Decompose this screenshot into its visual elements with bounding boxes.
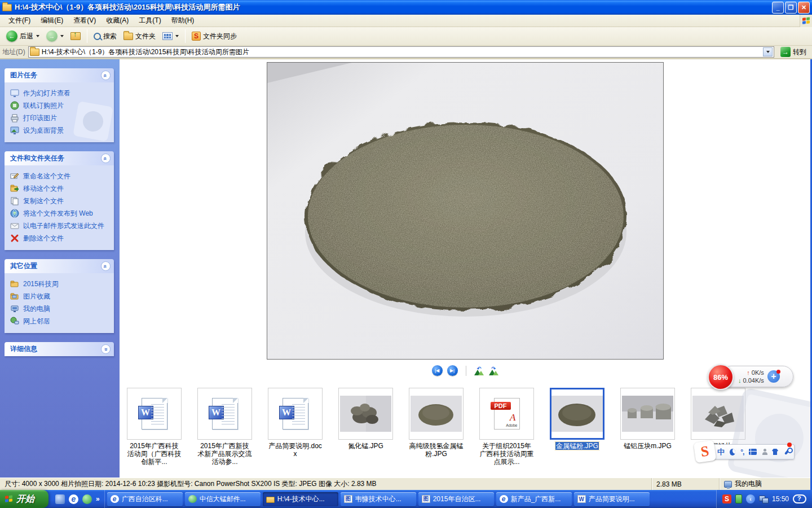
title-bar[interactable]: H:\4-技术中心\（1-9）各项科技活动\2015科技周\科技活动周所需图片 …: [0, 0, 812, 15]
document-icon: 图: [422, 495, 430, 503]
folder-sync-button[interactable]: S 文件夹同步: [189, 30, 240, 43]
details-header[interactable]: 详细信息 «: [5, 342, 114, 356]
go-button[interactable]: → 转到: [777, 46, 810, 58]
my-computer-icon: [10, 304, 19, 313]
file-label-selected[interactable]: 金属锰粉.JPG: [555, 442, 599, 450]
skin-icon[interactable]: [772, 449, 778, 455]
fullwidth-moon-icon[interactable]: [730, 449, 735, 456]
other-places-header[interactable]: 其它位置 «: [5, 259, 114, 273]
address-input[interactable]: H:\4-技术中心\（1-9）各项科技活动\2015科技周\科技活动周所需图片: [28, 46, 774, 58]
views-button[interactable]: [160, 30, 182, 42]
file-label[interactable]: 关于组织2015年广西科技活动周重点展示...: [479, 442, 534, 466]
place-my-computer[interactable]: 我的电脑: [9, 303, 111, 315]
usb-device-icon[interactable]: [735, 494, 742, 503]
file-item-selected-powder[interactable]: 金属锰粉.JPG: [550, 388, 604, 450]
place-parent-folder[interactable]: 2015科技周: [9, 278, 111, 290]
file-item-photo-powder1[interactable]: 高纯级脱氢金属锰粉.JPG: [409, 388, 464, 458]
sogou-logo-icon[interactable]: S: [694, 440, 717, 463]
forward-button[interactable]: →: [43, 29, 67, 43]
menu-edit[interactable]: 编辑(E): [36, 14, 68, 27]
clock[interactable]: 15:50: [772, 495, 789, 503]
start-button[interactable]: 开始: [0, 490, 48, 508]
task-copy-file[interactable]: 复制这个文件: [9, 195, 111, 207]
quick-launch-browser-icon[interactable]: [82, 494, 92, 504]
file-item-doc1[interactable]: W 2015年广西科技活动周（广西科技创新平...: [127, 388, 182, 466]
task-delete-file[interactable]: 删除这个文件: [9, 232, 111, 244]
back-label: 后退: [20, 32, 33, 41]
file-label[interactable]: 锰铝压块m.JPG: [620, 442, 675, 450]
place-network[interactable]: 网上邻居: [9, 315, 111, 327]
punctuation-icon[interactable]: °,: [740, 448, 744, 456]
minimize-button[interactable]: _: [772, 2, 784, 14]
file-label[interactable]: 高纯级脱氢金属锰粉.JPG: [409, 442, 464, 458]
cloud-help-icon[interactable]: [793, 494, 806, 503]
file-label[interactable]: 产品简要说明.docx: [268, 442, 323, 458]
previous-image-button[interactable]: |◀: [432, 365, 443, 376]
collapse-chevron-icon[interactable]: «: [101, 71, 111, 80]
rotate-counterclockwise-icon[interactable]: ↶: [474, 366, 484, 375]
menu-view[interactable]: 查看(V): [68, 14, 101, 27]
account-icon[interactable]: [762, 449, 767, 455]
rotate-clockwise-icon[interactable]: ↷: [489, 366, 499, 375]
folders-icon: [123, 33, 133, 40]
network-tray-icon[interactable]: [759, 496, 768, 503]
place-my-pictures[interactable]: 图片收藏: [9, 290, 111, 303]
taskbar-button-doc1[interactable]: 图 韦慷技术中心...: [341, 492, 416, 506]
address-value[interactable]: H:\4-技术中心\（1-9）各项科技活动\2015科技周\科技活动周所需图片: [42, 47, 761, 57]
ime-mode-chinese[interactable]: 中: [717, 447, 725, 457]
up-button[interactable]: [68, 30, 83, 42]
taskbar-button-word[interactable]: W 产品简要说明...: [574, 492, 650, 506]
speed-monitor-widget[interactable]: 86% ↑0K/s ↓0.04K/s +: [721, 366, 793, 387]
next-image-button[interactable]: ▶|: [447, 365, 458, 376]
task-view-slideshow[interactable]: 作为幻灯片查看: [9, 87, 111, 99]
search-button[interactable]: 搜索: [91, 30, 120, 43]
file-label[interactable]: 氮化锰.JPG: [338, 442, 393, 450]
quick-launch-desktop-icon[interactable]: [55, 494, 65, 504]
menu-help[interactable]: 帮助(H): [166, 14, 200, 27]
taskbar-button-ie2[interactable]: e 新产品_广西新...: [496, 492, 572, 506]
taskbar-button-mail[interactable]: 中信大锰邮件...: [185, 492, 261, 506]
expand-chevron-icon[interactable]: «: [101, 344, 111, 354]
back-button[interactable]: ← 后退: [3, 29, 42, 43]
task-publish-web[interactable]: 将这个文件发布到 Web: [9, 207, 111, 220]
quick-launch-overflow-icon[interactable]: »: [96, 495, 100, 503]
collapse-chevron-icon[interactable]: «: [101, 154, 111, 163]
file-tasks-header[interactable]: 文件和文件夹任务 «: [5, 151, 114, 165]
file-item-pdf[interactable]: PDFAAdobe 关于组织2015年广西科技活动周重点展示...: [479, 388, 534, 466]
soft-keyboard-icon[interactable]: [749, 449, 757, 455]
accelerate-plus-icon[interactable]: +: [767, 370, 780, 383]
thumbnail-lumps: [340, 396, 391, 432]
memory-percent-badge[interactable]: 86%: [708, 364, 734, 390]
close-button[interactable]: ✕: [798, 2, 810, 14]
slideshow-icon: [10, 89, 19, 98]
file-label[interactable]: 2015年广西科技活动周（广西科技创新平...: [127, 442, 182, 466]
address-dropdown-icon[interactable]: [763, 47, 773, 56]
task-email-file[interactable]: 以电子邮件形式发送此文件: [9, 220, 111, 232]
taskbar-button-ie1[interactable]: e 广西自治区科...: [107, 492, 183, 506]
folders-button[interactable]: 文件夹: [121, 30, 158, 43]
picture-tasks-header[interactable]: 图片任务 «: [5, 68, 114, 82]
views-dropdown-icon[interactable]: [175, 35, 179, 37]
file-item-photo-lumps[interactable]: 氮化锰.JPG: [338, 388, 393, 450]
task-rename-file[interactable]: 重命名这个文件: [9, 170, 111, 182]
menu-favorites[interactable]: 收藏(A): [101, 14, 134, 27]
preview-image[interactable]: [267, 62, 664, 360]
settings-wrench-icon[interactable]: [783, 448, 789, 456]
file-item-doc2[interactable]: W 2015年广西新技术新产品展示交流活动参...: [197, 388, 252, 466]
quick-launch-ie-icon[interactable]: e: [69, 494, 78, 504]
sogou-ime-toolbar[interactable]: S 中 °,: [698, 444, 795, 459]
taskbar-button-explorer-active[interactable]: H:\4-技术中心...: [263, 492, 338, 506]
taskbar-button-doc2[interactable]: 图 2015年自治区...: [418, 492, 494, 506]
menu-tools[interactable]: 工具(T): [134, 14, 166, 27]
forward-dropdown-icon[interactable]: [60, 35, 64, 37]
menu-file[interactable]: 文件(F): [3, 14, 36, 27]
hide-icons-chevron[interactable]: ‹: [746, 494, 755, 503]
task-move-file[interactable]: 移动这个文件: [9, 182, 111, 195]
file-label[interactable]: 2015年广西新技术新产品展示交流活动参...: [197, 442, 252, 466]
file-item-doc3[interactable]: W 产品简要说明.docx: [268, 388, 323, 458]
restore-button[interactable]: ❐: [785, 2, 797, 14]
sogou-tray-icon[interactable]: S: [722, 494, 731, 503]
file-item-photo-cylinders[interactable]: 锰铝压块m.JPG: [620, 388, 675, 450]
collapse-chevron-icon[interactable]: «: [101, 261, 111, 271]
back-dropdown-icon[interactable]: [36, 35, 39, 37]
